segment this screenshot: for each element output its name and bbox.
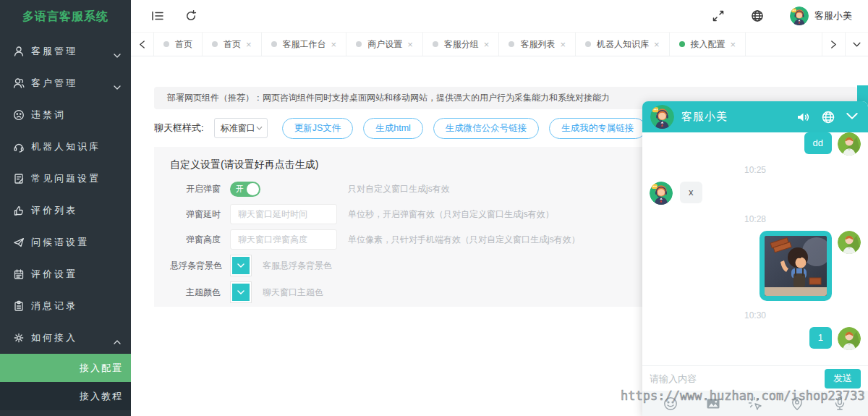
field-hint: 单位秒，开启弹窗有效（只对自定义窗口生成js有效） xyxy=(348,208,554,221)
sidebar-item-access-tutorial[interactable]: 接入教程 xyxy=(0,382,131,410)
user-name: 客服小美 xyxy=(814,9,852,22)
language-globe-icon[interactable] xyxy=(821,110,835,124)
tab-home-2[interactable]: 首页× xyxy=(203,33,262,56)
screenshot-click-icon[interactable] xyxy=(747,396,763,412)
tabs-scroll-right-button[interactable] xyxy=(822,33,845,56)
tab-merchant-settings[interactable]: 商户设置× xyxy=(346,33,423,56)
chevron-down-icon xyxy=(114,49,121,54)
chat-input-row: 发送 xyxy=(642,365,868,391)
tab-close-icon[interactable]: × xyxy=(407,39,413,50)
user-avatar xyxy=(838,132,861,156)
user-icon xyxy=(13,46,25,57)
minimize-chevron-icon[interactable] xyxy=(846,110,858,124)
floatbar-color-picker[interactable] xyxy=(230,255,252,276)
tab-label: 商户设置 xyxy=(367,38,402,51)
location-icon[interactable] xyxy=(789,396,805,412)
tabbar: 首页 首页× 客服工作台× 商户设置× 客服分组× 客服列表× 机器人知识库× … xyxy=(131,33,868,56)
field-label: 弹窗延时 xyxy=(170,208,221,221)
sad-face-icon xyxy=(13,109,25,121)
field-label: 开启弹窗 xyxy=(170,183,221,195)
tab-home[interactable]: 首页 xyxy=(154,33,203,56)
topbar: 客服小美 xyxy=(131,0,868,33)
image-message[interactable] xyxy=(760,231,832,301)
tab-status-dot xyxy=(163,41,169,47)
sidebar-item-how-to-connect[interactable]: 如何接入 xyxy=(0,322,131,354)
generate-html-button[interactable]: 生成html xyxy=(363,118,423,139)
message-timestamp: 10:30 xyxy=(650,310,861,321)
tab-label: 接入配置 xyxy=(691,38,726,51)
sidebar-item-faq-settings[interactable]: 常见问题设置 xyxy=(0,163,131,195)
tab-close-icon[interactable]: × xyxy=(731,39,736,50)
globe-icon[interactable] xyxy=(751,9,764,22)
emoji-icon[interactable] xyxy=(663,396,678,412)
tab-robot-knowledge[interactable]: 机器人知识库× xyxy=(576,33,670,56)
toggle-knob xyxy=(247,183,259,195)
sidebar-menu: 客服管理 客户管理 违禁词 机器人知识库 常见问题设置 xyxy=(0,33,131,410)
tab-status-dot xyxy=(509,41,514,47)
tab-label: 首页 xyxy=(175,38,192,51)
tab-close-icon[interactable]: × xyxy=(560,39,566,50)
toggle-on-label: 开 xyxy=(236,184,244,195)
theme-color-picker[interactable] xyxy=(230,281,252,303)
send-button[interactable]: 发送 xyxy=(825,369,861,389)
tab-status-dot xyxy=(356,41,362,47)
sidebar-item-customer-management[interactable]: 客户管理 xyxy=(0,67,131,99)
avatar xyxy=(790,7,809,25)
tab-label: 首页 xyxy=(224,38,241,51)
chat-style-label: 聊天框样式: xyxy=(154,122,204,135)
generate-exclusive-link-button[interactable]: 生成我的专属链接 xyxy=(549,118,646,139)
popup-height-input[interactable] xyxy=(230,229,337,250)
tab-close-icon[interactable]: × xyxy=(654,39,660,50)
generate-wechat-link-button[interactable]: 生成微信公众号链接 xyxy=(433,118,540,139)
tab-close-icon[interactable]: × xyxy=(484,39,490,50)
sidebar: 多语言客服系统 客服管理 客户管理 违禁词 机器人知识库 xyxy=(0,0,131,416)
sidebar-item-access-config[interactable]: 接入配置 xyxy=(0,354,131,382)
sidebar-item-label: 问候语设置 xyxy=(31,236,121,249)
sidebar-item-robot-knowledge[interactable]: 机器人知识库 xyxy=(0,131,131,163)
chat-bubble: 1 xyxy=(809,327,832,349)
gear-icon xyxy=(13,332,25,344)
sidebar-item-greeting-settings[interactable]: 问候语设置 xyxy=(0,226,131,258)
microphone-icon[interactable] xyxy=(832,396,848,412)
tab-close-icon[interactable]: × xyxy=(331,39,337,50)
chat-style-select[interactable]: 标准窗口 xyxy=(214,118,268,138)
sidebar-item-agent-management[interactable]: 客服管理 xyxy=(0,35,131,67)
paper-plane-icon xyxy=(13,237,25,248)
chat-widget-title: 客服小美 xyxy=(681,110,785,124)
chat-style-value: 标准窗口 xyxy=(221,122,255,135)
image-icon[interactable] xyxy=(705,396,721,412)
field-label: 弹窗高度 xyxy=(170,234,221,246)
update-js-button[interactable]: 更新JS文件 xyxy=(282,118,354,139)
popup-delay-input[interactable] xyxy=(230,204,337,224)
sidebar-item-label: 如何接入 xyxy=(31,331,114,344)
collapse-menu-icon[interactable] xyxy=(151,9,164,22)
tab-agent-list[interactable]: 客服列表× xyxy=(499,33,576,56)
tabs-scroll-left-button[interactable] xyxy=(131,33,154,56)
app-window: 多语言客服系统 客服管理 客户管理 违禁词 机器人知识库 xyxy=(0,0,868,416)
thumbs-up-icon xyxy=(13,205,25,216)
user-avatar xyxy=(838,327,861,350)
sound-icon[interactable] xyxy=(796,110,810,124)
field-hint: 只对自定义窗口生成js有效 xyxy=(348,183,450,195)
popup-toggle[interactable]: 开 xyxy=(230,182,260,197)
fullscreen-icon[interactable] xyxy=(712,9,725,22)
sidebar-item-message-records[interactable]: 消息记录 xyxy=(0,290,131,322)
tab-status-dot xyxy=(679,41,685,47)
chat-messages: dd 10:25 x 10:28 xyxy=(642,132,868,365)
tab-access-config[interactable]: 接入配置× xyxy=(670,33,746,56)
tabs-menu-button[interactable] xyxy=(845,33,868,56)
sidebar-item-banned-words[interactable]: 违禁词 xyxy=(0,99,131,131)
refresh-icon[interactable] xyxy=(184,9,197,22)
sidebar-item-review-list[interactable]: 评价列表 xyxy=(0,195,131,226)
user-menu[interactable]: 客服小美 xyxy=(790,7,852,25)
users-icon xyxy=(13,77,25,89)
chat-input[interactable] xyxy=(650,373,825,384)
message-row: 1 xyxy=(650,327,861,350)
tab-workbench[interactable]: 客服工作台× xyxy=(262,33,347,56)
sidebar-item-review-settings[interactable]: 评价设置 xyxy=(0,258,131,290)
tab-status-dot xyxy=(433,41,438,47)
tab-agent-group[interactable]: 客服分组× xyxy=(423,33,500,56)
tab-close-icon[interactable]: × xyxy=(246,39,252,50)
tab-label: 客服工作台 xyxy=(283,38,326,51)
tab-status-dot xyxy=(212,41,218,47)
